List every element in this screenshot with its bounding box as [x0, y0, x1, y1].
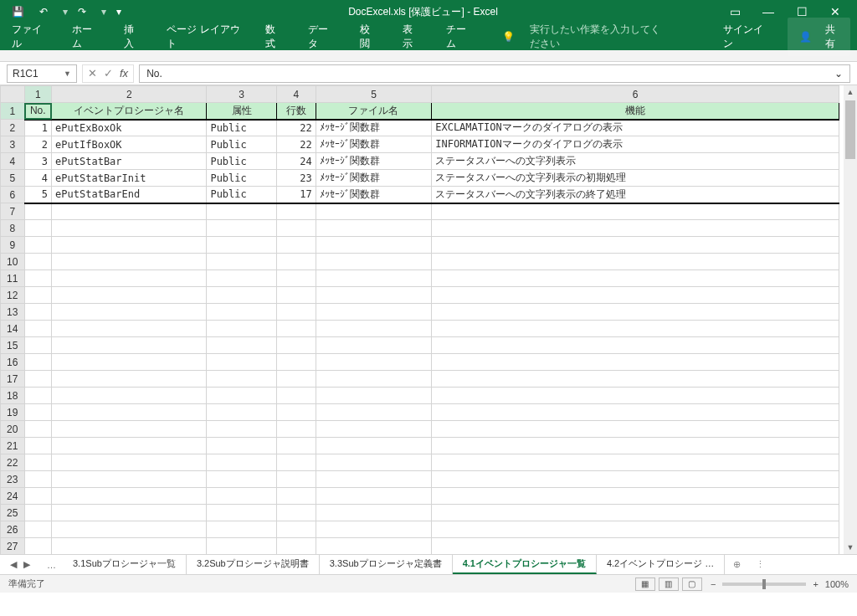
cell[interactable]	[52, 287, 207, 304]
cell[interactable]	[207, 388, 277, 404]
row-header[interactable]: 24	[1, 488, 25, 505]
cell[interactable]	[24, 321, 52, 337]
cell[interactable]	[276, 371, 316, 388]
scroll-up-icon[interactable]: ▲	[844, 85, 857, 99]
cell[interactable]	[316, 421, 431, 438]
cell[interactable]	[432, 354, 839, 371]
cell[interactable]	[24, 270, 52, 287]
cell[interactable]	[316, 505, 431, 521]
vertical-scrollbar[interactable]: ▲ ▼	[844, 85, 857, 554]
cell[interactable]	[24, 354, 52, 371]
header-cell[interactable]: 行数	[276, 103, 316, 120]
cell[interactable]	[24, 388, 52, 404]
redo-icon[interactable]: ↷	[71, 4, 93, 19]
cell[interactable]	[276, 354, 316, 371]
cell[interactable]	[52, 488, 207, 505]
row-header[interactable]: 7	[1, 203, 25, 220]
cell[interactable]	[432, 237, 839, 254]
cell[interactable]	[24, 488, 52, 505]
cell[interactable]	[207, 254, 277, 270]
cell[interactable]: Public	[207, 187, 277, 203]
cell[interactable]	[207, 270, 277, 287]
row-header[interactable]: 14	[1, 321, 25, 337]
cell[interactable]	[52, 354, 207, 371]
header-cell[interactable]: ファイル名	[316, 103, 431, 120]
row-header[interactable]: 3	[1, 136, 25, 153]
row-header[interactable]: 1	[1, 103, 25, 120]
cell[interactable]	[24, 471, 52, 488]
cell[interactable]	[432, 488, 839, 505]
cell[interactable]	[432, 287, 839, 304]
cell[interactable]	[52, 538, 207, 555]
cell[interactable]	[276, 270, 316, 287]
tab-review[interactable]: 校閲	[355, 19, 382, 54]
cell[interactable]: ﾒｯｾｰｼﾞ関数群	[316, 136, 431, 153]
cell[interactable]	[432, 388, 839, 404]
cell[interactable]	[52, 337, 207, 354]
cell[interactable]	[432, 254, 839, 270]
cell[interactable]	[52, 438, 207, 454]
cell[interactable]	[432, 454, 839, 471]
cell[interactable]	[52, 471, 207, 488]
customize-qa-icon[interactable]: ▾	[110, 4, 128, 19]
view-normal-icon[interactable]: ▦	[635, 578, 655, 591]
signin-link[interactable]: サインイン	[718, 19, 772, 54]
cell[interactable]: Public	[207, 170, 277, 187]
cell[interactable]	[316, 254, 431, 270]
cell[interactable]: ﾒｯｾｰｼﾞ関数群	[316, 170, 431, 187]
cell[interactable]	[52, 237, 207, 254]
row-header[interactable]: 4	[1, 153, 25, 170]
cell[interactable]	[52, 321, 207, 337]
tell-me-box[interactable]: 💡 実行したい作業を入力してください	[492, 16, 677, 58]
cell[interactable]	[24, 505, 52, 521]
cell[interactable]: ePutExBoxOk	[52, 120, 207, 136]
view-page-layout-icon[interactable]: ▥	[659, 578, 679, 591]
cell[interactable]: ePutStatBar	[52, 153, 207, 170]
cell[interactable]: ステータスバーへの文字列表示の終了処理	[432, 187, 839, 203]
cell[interactable]	[207, 438, 277, 454]
name-box[interactable]: R1C1 ▼	[7, 64, 77, 83]
tab-formulas[interactable]: 数式	[260, 19, 288, 54]
row-header[interactable]: 9	[1, 237, 25, 254]
cell[interactable]	[24, 220, 52, 237]
sheet-tab[interactable]: 3.2Subプロシージャ説明書	[187, 555, 320, 574]
cell[interactable]	[276, 454, 316, 471]
cell[interactable]	[24, 203, 52, 220]
tab-nav-next-icon[interactable]: ▶	[23, 559, 30, 570]
cell[interactable]	[207, 505, 277, 521]
cell[interactable]	[432, 321, 839, 337]
cell[interactable]	[24, 237, 52, 254]
cell[interactable]	[52, 270, 207, 287]
cell[interactable]	[316, 371, 431, 388]
cell[interactable]	[316, 521, 431, 538]
cell[interactable]	[276, 337, 316, 354]
zoom-out-icon[interactable]: −	[711, 579, 716, 589]
expand-formula-icon[interactable]: ⌄	[834, 68, 843, 80]
cell[interactable]: 24	[276, 153, 316, 170]
cell[interactable]	[316, 203, 431, 220]
cell[interactable]	[24, 421, 52, 438]
cell[interactable]: 22	[276, 120, 316, 136]
cell[interactable]	[432, 471, 839, 488]
cell[interactable]	[276, 254, 316, 270]
cell[interactable]	[207, 203, 277, 220]
cell[interactable]: 3	[24, 153, 52, 170]
cell[interactable]	[207, 488, 277, 505]
cell[interactable]: 2	[24, 136, 52, 153]
cell[interactable]	[316, 471, 431, 488]
cell[interactable]	[52, 304, 207, 321]
row-header[interactable]: 16	[1, 354, 25, 371]
cell[interactable]	[52, 203, 207, 220]
cell[interactable]	[24, 454, 52, 471]
spreadsheet-grid[interactable]: 1234561No.イベントプロシージャ名属性行数ファイル名機能21ePutEx…	[0, 85, 857, 554]
sheet-tab[interactable]: 4.2イベントプロシージ …	[597, 555, 725, 574]
row-header[interactable]: 23	[1, 471, 25, 488]
cell[interactable]: ePutIfBoxOK	[52, 136, 207, 153]
cell[interactable]	[52, 505, 207, 521]
cell[interactable]	[207, 421, 277, 438]
cell[interactable]: EXCLAMATIONマークのダイアログの表示	[432, 120, 839, 136]
cell[interactable]	[52, 454, 207, 471]
column-header[interactable]: 4	[276, 86, 316, 103]
cell[interactable]	[316, 454, 431, 471]
zoom-slider[interactable]	[722, 583, 806, 586]
